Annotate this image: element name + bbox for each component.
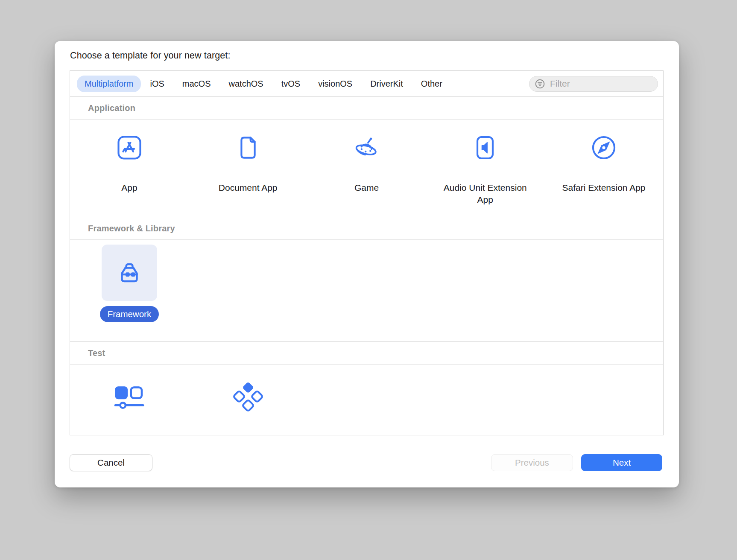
section-items-test	[70, 365, 663, 435]
tab-watchos[interactable]: watchOS	[220, 76, 272, 92]
sections: ApplicationAppDocument AppGameAudio Unit…	[70, 96, 663, 435]
previous-button[interactable]: Previous	[491, 454, 573, 471]
desktop-background: Choose a template for your new target: M…	[0, 0, 737, 560]
tab-driverkit[interactable]: DriverKit	[361, 76, 412, 92]
tab-multiplatform[interactable]: Multiplatform	[77, 76, 141, 92]
tab-bar: MultiplatformiOSmacOSwatchOStvOSvisionOS…	[70, 71, 663, 96]
tab-visionos[interactable]: visionOS	[309, 76, 361, 92]
template-item-ui-test-icon[interactable]	[70, 365, 189, 435]
filter-field[interactable]	[529, 76, 658, 92]
template-item-audio-unit-extension-app[interactable]: Audio Unit Extension App	[426, 120, 544, 217]
section-header-application: Application	[70, 96, 663, 120]
toolbox-icon	[102, 245, 157, 301]
filter-icon	[535, 79, 545, 89]
compass-icon	[589, 134, 618, 162]
section-header-test: Test	[70, 341, 663, 365]
section-title: Application	[88, 103, 135, 113]
template-item-label: Safari Extension App	[559, 182, 649, 194]
filter-input[interactable]	[549, 78, 649, 89]
next-button[interactable]: Next	[581, 454, 662, 471]
template-item-label: Audio Unit Extension App	[440, 182, 530, 206]
new-target-template-dialog: Choose a template for your new target: M…	[55, 41, 679, 487]
template-item-safari-extension-app[interactable]: Safari Extension App	[544, 120, 663, 217]
template-item-game[interactable]: Game	[307, 120, 426, 217]
template-item-framework[interactable]: Framework	[70, 240, 189, 341]
template-chooser: MultiplatformiOSmacOSwatchOStvOSvisionOS…	[70, 70, 664, 435]
dialog-title: Choose a template for your new target:	[70, 50, 230, 61]
tab-other[interactable]: Other	[412, 76, 451, 92]
dialog-footer: Cancel Previous Next	[70, 454, 662, 471]
template-item-document-app[interactable]: Document App	[189, 120, 307, 217]
section-title: Test	[88, 348, 105, 358]
platform-tabs: MultiplatformiOSmacOSwatchOStvOSvisionOS…	[77, 76, 451, 92]
template-item-label: Game	[322, 182, 411, 194]
section-title: Framework & Library	[88, 224, 175, 233]
section-header-framework-library: Framework & Library	[70, 217, 663, 240]
template-item-label: Document App	[203, 182, 293, 194]
unit-test-icon	[232, 381, 264, 412]
ui-test-icon	[111, 381, 148, 412]
document-icon	[234, 134, 263, 162]
tab-ios[interactable]: iOS	[141, 76, 173, 92]
app-store-icon	[115, 134, 144, 162]
template-item-app[interactable]: App	[70, 120, 189, 217]
tab-tvos[interactable]: tvOS	[272, 76, 309, 92]
tab-macos[interactable]: macOS	[173, 76, 220, 92]
speaker-icon	[471, 134, 500, 162]
cancel-button[interactable]: Cancel	[70, 454, 152, 471]
section-items-application: AppDocument AppGameAudio Unit Extension …	[70, 120, 663, 217]
template-item-label: Framework	[100, 306, 159, 322]
template-item-unit-test-icon[interactable]	[189, 365, 307, 435]
template-item-label: App	[85, 182, 174, 194]
section-items-framework-library: Framework	[70, 240, 663, 341]
ufo-icon	[352, 134, 381, 162]
